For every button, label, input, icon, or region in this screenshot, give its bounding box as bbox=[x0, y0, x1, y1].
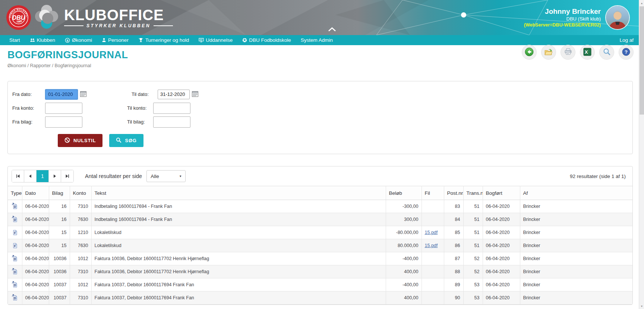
brand-area: DANSK·BOLDSPIL·UNION ·1889· DBU KLUBOFFI… bbox=[0, 0, 173, 35]
document-type-icon: D bbox=[12, 258, 18, 263]
til-konto-input[interactable] bbox=[153, 103, 190, 114]
scrollbar-thumb[interactable] bbox=[640, 6, 644, 115]
nav-item-turneringer[interactable]: Turneringer og hold bbox=[133, 35, 194, 45]
breadcrumb[interactable]: Økonomi / Rapporter / Bogføringsjournal bbox=[7, 63, 644, 68]
page-actions: X ? bbox=[522, 45, 634, 60]
svg-text:D: D bbox=[14, 270, 16, 274]
table-row: F 06-04-2020 15 7630 Lokaletilskud 80.00… bbox=[8, 239, 632, 252]
nav-item-fodboldskole[interactable]: DBU Fodboldskole bbox=[237, 35, 296, 45]
fra-bilag-label: Fra bilag: bbox=[12, 119, 45, 125]
prev-page-button[interactable] bbox=[24, 170, 37, 182]
user-area: Johnny Brincker DBU (Skift klub) (WebSer… bbox=[524, 0, 630, 35]
zoom-search-button[interactable] bbox=[599, 45, 614, 60]
cell-tekst: Faktura 10037, Debitor 16000117694 Frank… bbox=[91, 278, 386, 291]
app-subtitle: STYRKER KLUBBEN bbox=[86, 23, 151, 28]
sog-button[interactable]: SØG bbox=[109, 134, 143, 147]
document-type-icon: F bbox=[12, 231, 18, 237]
cell-type: D bbox=[8, 252, 22, 265]
table-row: D 06-04-2020 10036 1012 Faktura 10036, D… bbox=[8, 252, 632, 265]
journal-table-body: D 06-04-2020 16 7310 Indbetaling 1600011… bbox=[8, 200, 632, 305]
nav-item-system-admin[interactable]: System Admin bbox=[296, 35, 338, 45]
cell-bilag: 15 bbox=[49, 239, 70, 252]
cell-type: F bbox=[8, 226, 22, 239]
table-row: D 06-04-2020 10037 7310 Faktura 10037, D… bbox=[8, 291, 632, 305]
svg-text:?: ? bbox=[625, 49, 628, 55]
til-dato-input[interactable] bbox=[158, 90, 190, 99]
cell-fil: 15.pdf bbox=[422, 239, 444, 252]
scroll-down-arrow[interactable]: ▼ bbox=[639, 303, 644, 309]
nav-item-klubben[interactable]: Klubben bbox=[25, 35, 60, 45]
cell-tekst: Faktura 10036, Debitor 16000117702 Henri… bbox=[91, 265, 386, 278]
til-bilag-input[interactable] bbox=[153, 116, 190, 128]
avatar[interactable] bbox=[605, 5, 630, 30]
logout-link[interactable]: Log af bbox=[614, 37, 639, 43]
cell-belob: 400,00 bbox=[386, 291, 422, 305]
per-page-select[interactable]: Alle ▼ bbox=[146, 170, 186, 182]
file-link[interactable]: 15.pdf bbox=[425, 230, 438, 235]
cell-belob: 80.000,00 bbox=[386, 239, 422, 252]
cell-postnr: 87 bbox=[444, 252, 463, 265]
cell-belob: 300,00 bbox=[386, 213, 422, 226]
search-icon bbox=[116, 137, 121, 144]
print-button[interactable] bbox=[561, 45, 575, 60]
cell-fil bbox=[422, 278, 444, 291]
screen-icon bbox=[199, 38, 204, 43]
cell-tekst: Indbetaling 16000117694 - Frank Fan bbox=[91, 200, 386, 213]
help-icon: ? bbox=[622, 48, 630, 57]
pagination: 1 bbox=[12, 170, 74, 182]
nulstil-button[interactable]: NULSTIL bbox=[58, 134, 102, 147]
nav-item-okonomi[interactable]: $ Økonomi bbox=[60, 35, 97, 45]
svg-text:$: $ bbox=[67, 39, 69, 42]
user-club-switch[interactable]: DBU (Skift klub) bbox=[524, 16, 601, 22]
fra-dato-input[interactable] bbox=[45, 89, 78, 100]
cell-belob: -300,00 bbox=[386, 200, 422, 213]
results-panel: 1 Antal resultater per side Alle ▼ 92 re… bbox=[7, 166, 633, 305]
first-page-button[interactable] bbox=[12, 170, 24, 182]
nav-item-start[interactable]: Start bbox=[4, 35, 25, 45]
cell-bilag: 10037 bbox=[49, 278, 70, 291]
cell-tekst: Lokaletilskud bbox=[91, 226, 386, 239]
fra-konto-input[interactable] bbox=[45, 103, 82, 114]
cell-konto: 7630 bbox=[70, 213, 91, 226]
fra-dato-label: Fra dato: bbox=[12, 91, 45, 97]
next-page-button[interactable] bbox=[49, 170, 61, 182]
cell-dato: 06-04-2020 bbox=[22, 226, 49, 239]
nav-item-uddannelse[interactable]: Uddannelse bbox=[194, 35, 237, 45]
app-header: DANSK·BOLDSPIL·UNION ·1889· DBU KLUBOFFI… bbox=[0, 0, 639, 35]
export-excel-button[interactable]: X bbox=[580, 45, 595, 60]
cell-dato: 06-04-2020 bbox=[22, 278, 49, 291]
cell-tekst: Lokaletilskud bbox=[91, 239, 386, 252]
last-page-button[interactable] bbox=[61, 170, 73, 182]
cell-bogfort: 06-04-2020 bbox=[483, 291, 520, 305]
cell-bogfort: 06-04-2020 bbox=[483, 213, 520, 226]
file-link[interactable]: 15.pdf bbox=[425, 243, 438, 248]
column-header-af: Af bbox=[520, 186, 632, 200]
fra-bilag-input[interactable] bbox=[45, 116, 82, 128]
cell-bilag: 15 bbox=[49, 226, 70, 239]
cell-bogfort: 06-04-2020 bbox=[483, 200, 520, 213]
svg-text:D: D bbox=[14, 257, 16, 260]
cell-konto: 1012 bbox=[70, 278, 91, 291]
back-button[interactable] bbox=[522, 45, 537, 60]
cell-transnr: 51 bbox=[463, 226, 483, 239]
folder-export-icon bbox=[544, 48, 553, 57]
til-konto-label: Til konto: bbox=[127, 105, 153, 111]
scroll-up-arrow[interactable]: ▲ bbox=[639, 0, 644, 6]
cell-fil bbox=[422, 291, 444, 305]
cell-bilag: 10036 bbox=[49, 252, 70, 265]
current-page-button[interactable]: 1 bbox=[37, 170, 49, 182]
cell-fil bbox=[422, 213, 444, 226]
cell-belob: -400,00 bbox=[386, 278, 422, 291]
help-button[interactable]: ? bbox=[619, 45, 634, 60]
cell-dato: 06-04-2020 bbox=[22, 252, 49, 265]
nav-item-personer[interactable]: Personer bbox=[97, 35, 133, 45]
column-header-dato: Dato bbox=[22, 186, 49, 200]
fra-dato-calendar-button[interactable] bbox=[80, 90, 87, 99]
cell-konto: 1012 bbox=[70, 252, 91, 265]
cell-type: D bbox=[8, 278, 22, 291]
cell-konto: 7310 bbox=[70, 265, 91, 278]
table-header-row: Type Dato Bilag Konto Tekst Beløb Fil Po… bbox=[8, 186, 632, 200]
cell-bilag: 10037 bbox=[49, 291, 70, 305]
til-dato-calendar-button[interactable] bbox=[192, 90, 199, 99]
open-folder-button[interactable] bbox=[541, 45, 556, 60]
